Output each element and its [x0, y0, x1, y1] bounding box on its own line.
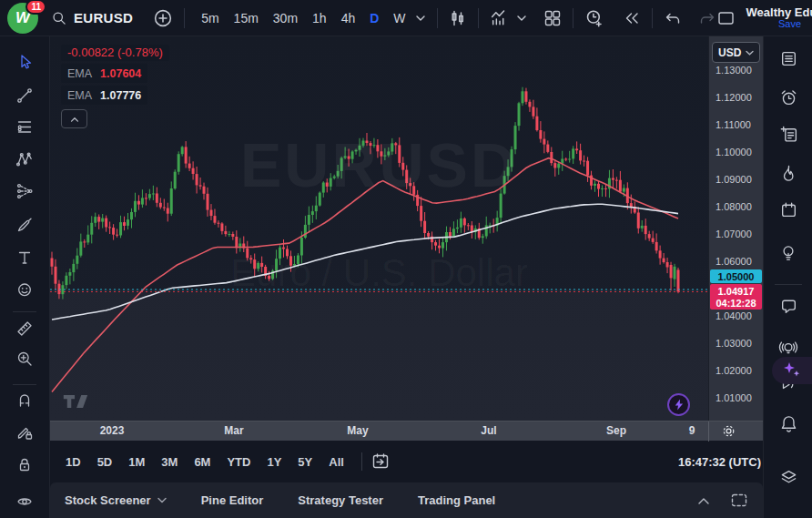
- axis-settings-gear-icon[interactable]: [722, 424, 736, 438]
- layout-grid-icon[interactable]: [543, 9, 562, 27]
- notifications-bell-icon[interactable]: [764, 413, 812, 433]
- ema-fast-value: 1.07604: [100, 67, 141, 80]
- instant-trading-bolt-button[interactable]: [667, 393, 690, 416]
- divider: [478, 8, 479, 28]
- trend-line-tool-icon[interactable]: [15, 86, 35, 106]
- divider: [573, 8, 573, 28]
- time-axis-label-Jul: Jul: [481, 424, 496, 437]
- ema-slow-row[interactable]: EMA1.07776: [61, 86, 147, 105]
- timeframe-W[interactable]: W: [388, 8, 411, 28]
- clock-utc[interactable]: 16:47:32 (UTC): [678, 455, 761, 469]
- streams-lightbulb-icon[interactable]: [764, 338, 812, 358]
- timeframe-5m[interactable]: 5m: [196, 8, 224, 28]
- divider: [775, 284, 802, 285]
- timeframe-4h[interactable]: 4h: [336, 8, 361, 28]
- price-change: -0.00822 (-0.78%): [61, 45, 169, 61]
- save-label[interactable]: Save: [778, 18, 801, 30]
- ema-fast-row[interactable]: EMA1.07604: [61, 64, 147, 83]
- range-YTD[interactable]: YTD: [220, 452, 257, 472]
- account-menu[interactable]: Wealthy Educ... Save: [746, 6, 812, 30]
- tab-trading-panel[interactable]: Trading Panel: [418, 493, 495, 507]
- go-to-date-icon[interactable]: [371, 452, 390, 471]
- timeframe-30m[interactable]: 30m: [268, 8, 303, 28]
- notes-icon[interactable]: [764, 124, 812, 144]
- object-tree-layers-icon[interactable]: [764, 467, 812, 487]
- range-1M[interactable]: 1M: [122, 452, 151, 472]
- price-axis-label: 1.12000: [716, 92, 752, 103]
- ai-assistant-pill[interactable]: [772, 357, 812, 384]
- tab-label: Strategy Tester: [298, 493, 383, 507]
- time-axis-label-9: 9: [689, 424, 695, 437]
- divider: [437, 8, 438, 28]
- timeframe-1h[interactable]: 1h: [307, 8, 332, 28]
- range-1D[interactable]: 1D: [59, 452, 87, 472]
- last-price-tag: 1.04917 04:12:28: [710, 284, 762, 310]
- range-5D[interactable]: 5D: [91, 452, 119, 472]
- timeframe-D[interactable]: D: [364, 8, 384, 28]
- range-5Y[interactable]: 5Y: [291, 452, 319, 472]
- timeframe-15m[interactable]: 15m: [228, 8, 264, 28]
- chart-legend: -0.00822 (-0.78%) EMA1.07604 EMA1.07776: [61, 45, 169, 128]
- sparkles-icon: [781, 360, 803, 381]
- chart-pane[interactable]: EURUSD Euro / U.S. Dollar -0.00822 (-0.7…: [50, 36, 708, 421]
- chevron-down-icon: [157, 497, 167, 503]
- timeframe-list: 5m15m30m1h4hDW: [196, 8, 411, 28]
- zoom-in-tool-icon[interactable]: [15, 349, 35, 369]
- range-3M[interactable]: 3M: [155, 452, 184, 472]
- lock-all-drawings-icon[interactable]: [15, 454, 35, 474]
- divider: [361, 452, 362, 471]
- price-axis-label: 1.06000: [716, 256, 752, 267]
- ruler-tool-icon[interactable]: [15, 319, 35, 339]
- price-axis-label: 1.07000: [716, 229, 752, 239]
- tab-label: Stock Screener: [65, 493, 151, 507]
- fib-retracement-tool-icon[interactable]: [15, 117, 35, 137]
- divider: [708, 422, 709, 442]
- drawing-edit-lock-icon[interactable]: [15, 422, 35, 442]
- hide-all-drawings-icon[interactable]: [15, 491, 35, 511]
- chat-icon[interactable]: [764, 296, 812, 316]
- tab-strategy-tester[interactable]: Strategy Tester: [298, 493, 383, 507]
- redo-icon[interactable]: [698, 10, 716, 26]
- range-6M[interactable]: 6M: [188, 452, 217, 472]
- save-layout-icon[interactable]: [716, 9, 736, 27]
- tab-stock-screener[interactable]: Stock Screener: [65, 493, 167, 507]
- panel-maximize-icon[interactable]: [730, 493, 748, 508]
- date-range-row: 1D5D1M3M6MYTD1Y5YAll 16:47:32 (UTC): [50, 441, 763, 482]
- time-axis[interactable]: 2023MarMayJulSep9: [50, 421, 763, 441]
- currency-dropdown[interactable]: USD: [712, 42, 760, 63]
- notification-badge: 11: [25, 0, 46, 15]
- indicators-icon[interactable]: [490, 8, 509, 27]
- app-logo[interactable]: W 11: [7, 3, 38, 34]
- forecast-tool-icon[interactable]: [15, 181, 35, 201]
- compare-add-icon[interactable]: [153, 8, 173, 28]
- alerts-clock-icon[interactable]: [764, 87, 812, 107]
- xabcd-pattern-tool-icon[interactable]: [15, 149, 35, 169]
- range-All[interactable]: All: [322, 452, 350, 472]
- bottom-panel-bar: Stock ScreenerPine EditorStrategy Tester…: [50, 482, 763, 518]
- panel-expand-chevron-icon[interactable]: [695, 494, 712, 507]
- price-axis[interactable]: USD 1.05000 1.04917 04:12:28 1.130001.12…: [708, 36, 763, 421]
- ideas-lightbulb-icon[interactable]: [764, 242, 812, 262]
- range-1Y[interactable]: 1Y: [260, 452, 288, 472]
- timeframe-chevron-down-icon[interactable]: [415, 14, 426, 23]
- legend-collapse-button[interactable]: [61, 109, 87, 128]
- symbol-search[interactable]: EURUSD: [51, 10, 133, 26]
- tradingview-logo-icon[interactable]: [62, 394, 89, 409]
- brush-tool-icon[interactable]: [15, 215, 35, 235]
- magnet-tool-icon[interactable]: [15, 391, 35, 411]
- hotlists-flame-icon[interactable]: [764, 163, 812, 183]
- text-tool-icon[interactable]: [15, 248, 35, 268]
- alert-price-tag[interactable]: 1.05000: [710, 269, 762, 283]
- bar-replay-icon[interactable]: [623, 10, 641, 26]
- price-axis-label: 1.04000: [716, 310, 752, 321]
- price-axis-label: 1.01000: [716, 392, 752, 403]
- tab-pine-editor[interactable]: Pine Editor: [201, 493, 264, 507]
- watchlist-icon[interactable]: [764, 48, 812, 68]
- alert-add-icon[interactable]: [584, 8, 604, 28]
- cursor-tool-icon[interactable]: [15, 52, 35, 72]
- emoji-tool-icon[interactable]: [15, 279, 35, 300]
- chart-style-candles-icon[interactable]: [449, 9, 467, 27]
- indicators-chevron-down-icon[interactable]: [516, 14, 527, 23]
- calendar-icon[interactable]: [764, 199, 812, 219]
- undo-icon[interactable]: [664, 10, 682, 26]
